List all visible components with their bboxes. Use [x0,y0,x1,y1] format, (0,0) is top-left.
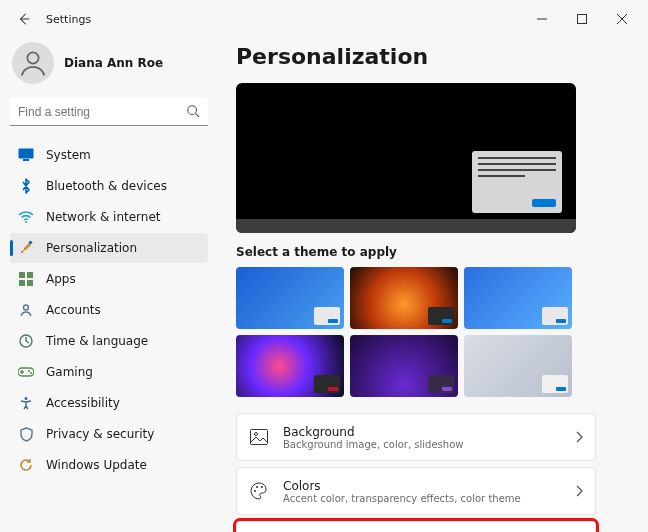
svg-point-2 [188,106,197,115]
svg-point-20 [256,486,258,488]
settings-cards: Background Background image, color, slid… [236,413,596,532]
nav-label: Privacy & security [46,427,154,441]
nav-label: Gaming [46,365,93,379]
system-icon [18,147,34,163]
titlebar: Settings [0,0,648,38]
nav-system[interactable]: System [10,140,208,170]
svg-rect-4 [23,159,29,161]
palette-icon [249,481,269,501]
nav-privacy[interactable]: Privacy & security [10,419,208,449]
nav-bluetooth[interactable]: Bluetooth & devices [10,171,208,201]
theme-heading: Select a theme to apply [236,245,628,259]
svg-point-5 [25,221,27,223]
update-icon [18,457,34,473]
image-icon [249,427,269,447]
svg-rect-0 [578,15,587,24]
sidebar: Diana Ann Roe System Bluetooth & devices [0,38,218,532]
main-content: Personalization Select a theme to apply [218,38,648,532]
svg-rect-3 [19,149,34,159]
maximize-button[interactable] [562,4,602,34]
search-icon [186,104,200,118]
avatar [12,42,54,84]
svg-point-18 [255,433,258,436]
svg-rect-9 [19,280,25,286]
nav-label: Personalization [46,241,137,255]
theme-option[interactable] [464,267,572,329]
nav-label: Time & language [46,334,148,348]
card-sub: Background image, color, slideshow [283,439,463,450]
nav-personalization[interactable]: Personalization [10,233,208,263]
nav-time[interactable]: Time & language [10,326,208,356]
nav-network[interactable]: Network & internet [10,202,208,232]
svg-point-15 [30,372,32,374]
chevron-right-icon [575,485,583,497]
card-title: Background [283,425,463,439]
maximize-icon [577,14,587,24]
nav-label: System [46,148,91,162]
svg-point-19 [254,490,256,492]
svg-rect-7 [19,272,25,278]
chevron-right-icon [575,431,583,443]
svg-rect-10 [27,280,33,286]
shield-icon [18,426,34,442]
theme-option[interactable] [236,267,344,329]
svg-rect-17 [251,430,268,445]
svg-point-1 [27,52,38,63]
accounts-icon [18,302,34,318]
nav-label: Network & internet [46,210,161,224]
svg-point-16 [25,397,28,400]
nav-update[interactable]: Windows Update [10,450,208,480]
theme-option[interactable] [236,335,344,397]
close-button[interactable] [602,4,642,34]
theme-option[interactable] [350,335,458,397]
paintbrush-icon [18,240,34,256]
back-button[interactable] [6,1,42,37]
card-colors[interactable]: Colors Accent color, transparency effect… [236,467,596,515]
svg-point-14 [28,370,30,372]
nav-accessibility[interactable]: Accessibility [10,388,208,418]
card-background[interactable]: Background Background image, color, slid… [236,413,596,461]
nav-label: Accessibility [46,396,120,410]
card-sub: Accent color, transparency effects, colo… [283,493,521,504]
nav-label: Windows Update [46,458,147,472]
desktop-preview [236,83,576,233]
page-title: Personalization [236,44,628,69]
minimize-icon [537,14,547,24]
svg-point-21 [261,486,263,488]
preview-popup [472,151,562,213]
gaming-icon [18,364,34,380]
search-input[interactable] [10,98,208,126]
user-row[interactable]: Diana Ann Roe [10,38,208,98]
window-title: Settings [46,13,91,26]
nav-label: Bluetooth & devices [46,179,167,193]
wifi-icon [18,209,34,225]
user-name: Diana Ann Roe [64,56,163,70]
search-wrap [10,98,208,126]
card-title: Colors [283,479,521,493]
nav-label: Apps [46,272,76,286]
close-icon [617,14,627,24]
nav-accounts[interactable]: Accounts [10,295,208,325]
svg-point-11 [24,305,29,310]
accessibility-icon [18,395,34,411]
card-themes[interactable]: Themes Install, create, manage [236,521,596,532]
nav-gaming[interactable]: Gaming [10,357,208,387]
person-icon [18,48,48,78]
arrow-left-icon [17,12,31,26]
theme-option[interactable] [464,335,572,397]
nav-apps[interactable]: Apps [10,264,208,294]
nav-label: Accounts [46,303,101,317]
bluetooth-icon [18,178,34,194]
apps-icon [18,271,34,287]
theme-option[interactable] [350,267,458,329]
nav-list: System Bluetooth & devices Network & int… [10,140,208,480]
svg-rect-8 [27,272,33,278]
preview-taskbar [236,219,576,233]
minimize-button[interactable] [522,4,562,34]
theme-grid [236,267,576,397]
clock-icon [18,333,34,349]
